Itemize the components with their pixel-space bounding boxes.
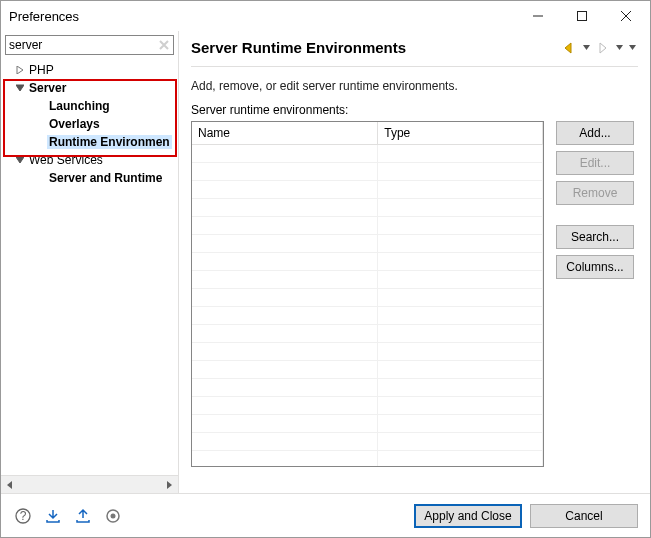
tree-item-runtime-environments[interactable]: Runtime Environmen [3,133,178,151]
search-button[interactable]: Search... [556,225,634,249]
add-button[interactable]: Add... [556,121,634,145]
help-icon[interactable]: ? [13,506,33,526]
collapse-icon[interactable] [13,84,27,92]
edit-button[interactable]: Edit... [556,151,634,175]
tree-item-server-and-runtime[interactable]: Server and Runtime [3,169,178,187]
horizontal-scrollbar[interactable] [1,475,178,493]
scroll-right-icon[interactable] [160,476,178,494]
table-row[interactable] [192,324,543,342]
column-header-type[interactable]: Type [378,122,543,144]
table-row[interactable] [192,252,543,270]
remove-button[interactable]: Remove [556,181,634,205]
footer: ? Apply and Close Cancel [1,493,650,537]
table-row[interactable] [192,396,543,414]
table-row[interactable] [192,306,543,324]
table-row[interactable] [192,180,543,198]
table-row[interactable] [192,414,543,432]
page-header: Server Runtime Environments [191,39,638,67]
table-row[interactable] [192,144,543,162]
content-panel: Server Runtime Environments Add, remove,… [179,31,650,493]
table-row[interactable] [192,216,543,234]
tree-item-php[interactable]: PHP [3,61,178,79]
clear-search-icon[interactable] [156,37,172,53]
svg-point-7 [111,513,116,518]
back-icon[interactable] [561,42,579,54]
cancel-button[interactable]: Cancel [530,504,638,528]
scroll-track[interactable] [19,476,160,494]
forward-menu-icon[interactable] [614,42,625,54]
scroll-left-icon[interactable] [1,476,19,494]
sidebar: PHP Server Launching Overlays Runtime En… [1,31,179,493]
tree-item-server[interactable]: Server [3,79,178,97]
runtime-table[interactable]: Name Type [191,121,544,467]
columns-button[interactable]: Columns... [556,255,634,279]
tree-item-launching[interactable]: Launching [3,97,178,115]
table-label: Server runtime environments: [191,103,638,117]
view-menu-icon[interactable] [627,42,638,54]
window-title: Preferences [9,9,516,24]
table-row[interactable] [192,378,543,396]
search-input[interactable] [5,35,174,55]
close-button[interactable] [604,2,648,30]
table-row[interactable] [192,270,543,288]
svg-rect-1 [578,12,587,21]
import-icon[interactable] [43,506,63,526]
back-menu-icon[interactable] [581,42,592,54]
table-row[interactable] [192,342,543,360]
expand-icon[interactable] [13,66,27,74]
forward-icon[interactable] [594,42,612,54]
table-row[interactable] [192,234,543,252]
export-icon[interactable] [73,506,93,526]
tree-item-overlays[interactable]: Overlays [3,115,178,133]
table-row[interactable] [192,432,543,450]
table-row[interactable] [192,198,543,216]
collapse-icon[interactable] [13,156,27,164]
table-row[interactable] [192,162,543,180]
nav-icons [561,42,638,54]
table-row[interactable] [192,288,543,306]
page-title: Server Runtime Environments [191,39,561,56]
minimize-button[interactable] [516,2,560,30]
search-box [5,35,174,55]
preference-tree[interactable]: PHP Server Launching Overlays Runtime En… [1,59,178,475]
apply-close-button[interactable]: Apply and Close [414,504,522,528]
table-row[interactable] [192,360,543,378]
main-area: PHP Server Launching Overlays Runtime En… [1,31,650,493]
title-bar: Preferences [1,1,650,31]
column-header-name[interactable]: Name [192,122,378,144]
maximize-button[interactable] [560,2,604,30]
page-description: Add, remove, or edit server runtime envi… [191,79,638,93]
table-row[interactable] [192,450,543,467]
svg-text:?: ? [20,509,27,523]
tree-item-web-services[interactable]: Web Services [3,151,178,169]
oomph-icon[interactable] [103,506,123,526]
button-column: Add... Edit... Remove Search... Columns.… [556,121,634,467]
